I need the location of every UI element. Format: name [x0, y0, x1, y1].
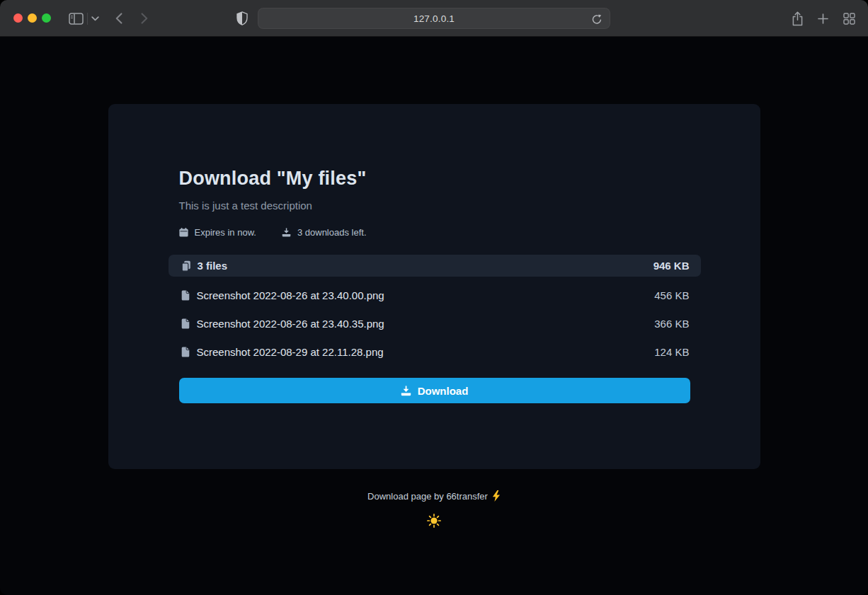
theme-toggle-button[interactable] [0, 514, 868, 528]
footer-text: Download page by 66transfer [367, 491, 488, 502]
back-button[interactable] [112, 11, 126, 26]
page-footer: Download page by 66transfer [0, 490, 868, 502]
tab-overview-icon [843, 13, 855, 25]
download-button-label: Download [418, 385, 469, 397]
file-size: 124 KB [654, 346, 689, 358]
new-tab-icon [818, 13, 828, 24]
file-icon [181, 290, 190, 301]
expires-meta: Expires in now. [179, 227, 256, 238]
page-title: Download "My files" [179, 167, 690, 190]
download-count-icon [282, 228, 291, 237]
download-icon [401, 386, 411, 396]
address-bar[interactable]: 127.0.0.1 [258, 8, 610, 29]
download-button[interactable]: Download [179, 378, 690, 403]
file-row: Screenshot 2022-08-26 at 23.40.00.png 45… [169, 281, 701, 309]
file-row: Screenshot 2022-08-26 at 23.40.35.png 36… [169, 309, 701, 337]
toolbar-divider [87, 13, 88, 25]
files-icon [181, 260, 191, 272]
lightning-bolt-icon [492, 490, 501, 502]
total-size-label: 946 KB [653, 260, 690, 272]
file-name: Screenshot 2022-08-29 at 22.11.28.png [197, 346, 384, 358]
forward-icon [141, 13, 148, 24]
forward-button[interactable] [137, 11, 152, 26]
expires-text: Expires in now. [195, 227, 256, 238]
browser-toolbar: 127.0.0.1 [0, 0, 868, 37]
file-icon [181, 347, 190, 357]
reload-button[interactable] [590, 13, 603, 25]
close-window-button[interactable] [13, 13, 23, 23]
file-rows: Screenshot 2022-08-26 at 23.40.00.png 45… [169, 281, 701, 366]
url-text[interactable]: 127.0.0.1 [413, 13, 455, 24]
sidebar-menu-button[interactable] [90, 13, 100, 24]
sidebar-icon [69, 13, 84, 25]
file-size: 366 KB [654, 318, 689, 330]
file-row: Screenshot 2022-08-29 at 22.11.28.png 12… [169, 337, 701, 366]
back-icon [115, 13, 122, 24]
calendar-icon [179, 228, 188, 237]
browser-window: 127.0.0.1 [0, 0, 868, 595]
downloads-left-text: 3 downloads left. [297, 227, 367, 238]
file-name: Screenshot 2022-08-26 at 23.40.35.png [197, 318, 384, 330]
minimize-window-button[interactable] [28, 13, 37, 23]
download-card: Download "My files" This is just a test … [108, 104, 760, 469]
file-count-label: 3 files [198, 260, 228, 272]
file-name: Screenshot 2022-08-26 at 23.40.00.png [197, 289, 384, 301]
share-icon [792, 11, 804, 26]
file-list: 3 files 946 KB Screenshot 2022-08-26 at … [169, 255, 701, 366]
meta-row: Expires in now. 3 downloads left. [179, 227, 690, 238]
new-tab-button[interactable] [814, 9, 831, 28]
reload-icon [592, 14, 602, 25]
chevron-down-icon [91, 16, 99, 21]
tab-overview-button[interactable] [840, 9, 857, 28]
downloads-left-meta: 3 downloads left. [282, 227, 367, 238]
page-description: This is just a test description [179, 199, 690, 212]
file-size: 456 KB [654, 289, 689, 301]
window-controls [13, 13, 51, 23]
privacy-report-button[interactable] [236, 11, 249, 26]
zoom-window-button[interactable] [42, 13, 51, 23]
file-icon [181, 318, 190, 329]
sun-icon [427, 514, 441, 528]
sidebar-toggle-button[interactable] [67, 10, 85, 27]
page-content: Download "My files" This is just a test … [0, 37, 868, 595]
shield-icon [236, 11, 248, 25]
file-list-header: 3 files 946 KB [169, 255, 701, 277]
share-button[interactable] [789, 9, 806, 28]
